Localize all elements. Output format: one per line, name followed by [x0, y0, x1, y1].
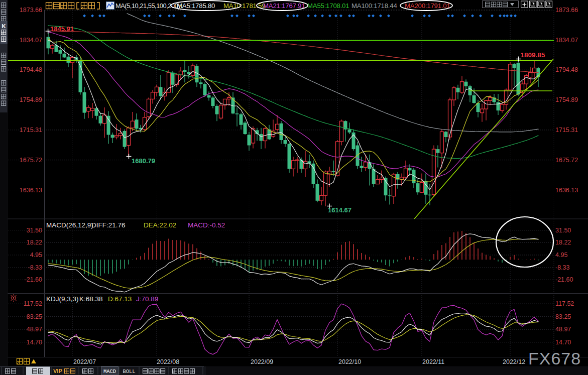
svg-text:1834.07: 1834.07: [20, 37, 42, 44]
svg-text:48.97: 48.97: [27, 326, 42, 333]
svg-text:83.25: 83.25: [27, 313, 42, 320]
svg-text:-21.60: -21.60: [555, 276, 573, 283]
svg-text:31.50: 31.50: [555, 227, 571, 234]
svg-text:48.97: 48.97: [555, 326, 571, 333]
svg-text:14.70: 14.70: [27, 339, 42, 346]
svg-text:1845.91: 1845.91: [50, 25, 74, 33]
svg-text:2022/08: 2022/08: [157, 358, 179, 365]
svg-text:-8.33: -8.33: [28, 264, 43, 271]
svg-text:K:68.38: K:68.38: [79, 295, 103, 303]
svg-text:1636.13: 1636.13: [555, 187, 578, 194]
svg-text:MACD:-0.52: MACD:-0.52: [188, 221, 225, 229]
svg-text:VIP: VIP: [53, 368, 62, 374]
svg-text:-8.33: -8.33: [555, 264, 570, 271]
svg-text:2022/07: 2022/07: [73, 358, 96, 365]
svg-text:MACD: MACD: [103, 368, 116, 374]
svg-text:1794.48: 1794.48: [20, 66, 42, 73]
svg-text:18.22: 18.22: [27, 239, 42, 246]
svg-text:4.95: 4.95: [555, 252, 567, 259]
svg-text:2022/10: 2022/10: [338, 358, 361, 365]
svg-text:J:70.89: J:70.89: [136, 295, 158, 303]
svg-text:1794.48: 1794.48: [555, 66, 578, 73]
svg-text:31.50: 31.50: [27, 227, 42, 234]
svg-text:117.52: 117.52: [24, 300, 42, 307]
svg-text:MA200:1791.01: MA200:1791.01: [405, 2, 450, 10]
svg-text:MA5:1785.80: MA5:1785.80: [177, 2, 215, 10]
svg-text:1680.79: 1680.79: [132, 157, 155, 165]
svg-text:MA100:1718.44: MA100:1718.44: [351, 2, 397, 10]
svg-text:D:67.13: D:67.13: [108, 295, 132, 303]
svg-text:1614.67: 1614.67: [328, 206, 351, 214]
svg-text:1754.89: 1754.89: [20, 96, 42, 103]
svg-text:BOLL: BOLL: [123, 368, 135, 374]
svg-text:MA55:1708.01: MA55:1708.01: [307, 2, 349, 10]
svg-text:MACD(26,12,9): MACD(26,12,9): [46, 221, 93, 229]
svg-text:1834.07: 1834.07: [555, 37, 578, 44]
svg-text:1636.13: 1636.13: [20, 187, 42, 194]
svg-text:MA21:1767.91: MA21:1767.91: [263, 2, 305, 10]
svg-text:1675.72: 1675.72: [555, 157, 578, 164]
svg-text:1715.31: 1715.31: [20, 127, 42, 134]
svg-text:117.52: 117.52: [555, 300, 574, 307]
svg-text:MA(5,10,21,55,100,200): MA(5,10,21,55,100,200): [115, 2, 180, 10]
svg-text:-21.60: -21.60: [25, 276, 42, 283]
svg-text:1873.66: 1873.66: [20, 7, 42, 14]
svg-text:1675.72: 1675.72: [20, 157, 42, 164]
svg-text:4.95: 4.95: [30, 252, 42, 259]
svg-text:1715.31: 1715.31: [555, 127, 578, 134]
svg-text:KDJ(9,3,3): KDJ(9,3,3): [46, 295, 79, 303]
svg-text:1754.89: 1754.89: [555, 96, 578, 103]
svg-text:83.25: 83.25: [555, 313, 571, 320]
svg-text:2022/12: 2022/12: [503, 358, 525, 365]
svg-text:1809.85: 1809.85: [521, 51, 545, 59]
svg-text:2022/11: 2022/11: [422, 358, 444, 365]
svg-text:DIFF:21.76: DIFF:21.76: [91, 221, 126, 229]
svg-text:1873.66: 1873.66: [555, 7, 578, 14]
svg-text:14.70: 14.70: [555, 339, 571, 346]
svg-text:K: K: [2, 23, 6, 29]
svg-text:2022/09: 2022/09: [251, 358, 273, 365]
svg-text:DEA:22.02: DEA:22.02: [144, 221, 176, 229]
svg-text:FX678: FX678: [528, 349, 581, 368]
svg-text:18.22: 18.22: [555, 239, 571, 246]
